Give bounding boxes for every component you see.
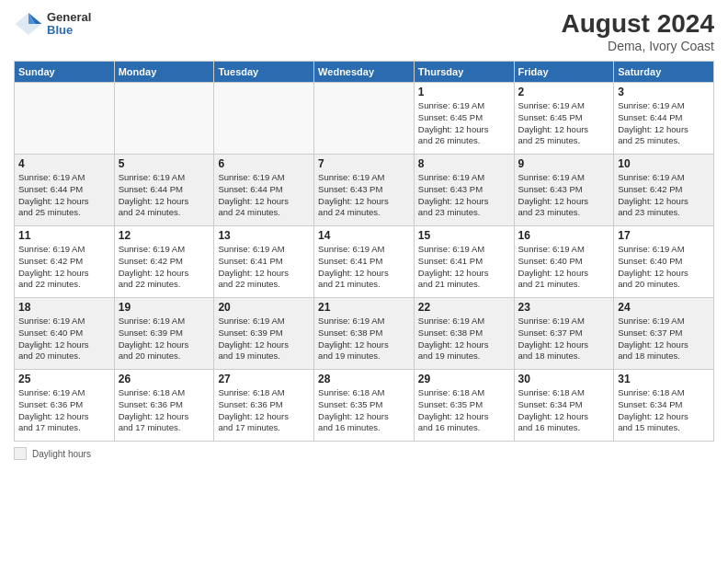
day-number: 16	[518, 229, 610, 242]
day-info: Sunrise: 6:18 AMSunset: 6:35 PMDaylight:…	[418, 387, 510, 434]
day-info: Sunrise: 6:19 AMSunset: 6:41 PMDaylight:…	[218, 244, 310, 291]
calendar-day-cell: 11Sunrise: 6:19 AMSunset: 6:42 PMDayligh…	[15, 226, 115, 298]
day-number: 2	[518, 86, 610, 98]
calendar-day-cell: 15Sunrise: 6:19 AMSunset: 6:41 PMDayligh…	[414, 226, 514, 298]
legend-label: Daylight hours	[32, 449, 91, 459]
day-number: 1	[418, 86, 510, 98]
day-info: Sunrise: 6:19 AMSunset: 6:38 PMDaylight:…	[418, 316, 510, 362]
calendar-day-cell: 13Sunrise: 6:19 AMSunset: 6:41 PMDayligh…	[214, 226, 314, 298]
calendar-day-cell: 31Sunrise: 6:18 AMSunset: 6:34 PMDayligh…	[614, 370, 714, 442]
day-info: Sunrise: 6:19 AMSunset: 6:44 PMDaylight:…	[18, 172, 110, 219]
legend: Daylight hours	[14, 447, 714, 460]
day-number: 18	[18, 301, 110, 314]
day-number: 5	[119, 157, 210, 170]
calendar-body: 1Sunrise: 6:19 AMSunset: 6:45 PMDaylight…	[15, 83, 714, 442]
day-info: Sunrise: 6:19 AMSunset: 6:42 PMDaylight:…	[119, 244, 210, 291]
logo-blue: Blue	[47, 24, 91, 37]
day-info: Sunrise: 6:19 AMSunset: 6:45 PMDaylight:…	[518, 100, 610, 147]
calendar-day-cell: 24Sunrise: 6:19 AMSunset: 6:37 PMDayligh…	[614, 298, 714, 370]
day-of-week-header: Tuesday	[214, 62, 314, 83]
day-number: 20	[218, 301, 310, 314]
day-info: Sunrise: 6:19 AMSunset: 6:38 PMDaylight:…	[318, 316, 410, 362]
page: General Blue August 2024 Dema, Ivory Coa…	[0, 0, 728, 563]
calendar-week-row: 1Sunrise: 6:19 AMSunset: 6:45 PMDaylight…	[15, 83, 714, 155]
day-number: 23	[518, 301, 610, 314]
calendar-day-cell: 20Sunrise: 6:19 AMSunset: 6:39 PMDayligh…	[214, 298, 314, 370]
day-number: 6	[218, 157, 310, 170]
calendar-day-cell: 25Sunrise: 6:19 AMSunset: 6:36 PMDayligh…	[15, 370, 115, 442]
day-info: Sunrise: 6:19 AMSunset: 6:43 PMDaylight:…	[518, 172, 610, 219]
day-number: 11	[18, 229, 110, 242]
day-info: Sunrise: 6:18 AMSunset: 6:34 PMDaylight:…	[618, 387, 710, 434]
calendar-table: SundayMondayTuesdayWednesdayThursdayFrid…	[14, 61, 714, 442]
calendar-day-cell: 8Sunrise: 6:19 AMSunset: 6:43 PMDaylight…	[414, 155, 514, 226]
calendar-week-row: 18Sunrise: 6:19 AMSunset: 6:40 PMDayligh…	[15, 298, 714, 370]
day-number: 31	[618, 373, 710, 385]
day-number: 27	[218, 373, 310, 385]
day-number: 21	[318, 301, 410, 314]
logo: General Blue	[14, 9, 91, 39]
day-number: 7	[318, 157, 410, 170]
calendar-day-cell: 7Sunrise: 6:19 AMSunset: 6:43 PMDaylight…	[314, 155, 415, 226]
day-info: Sunrise: 6:19 AMSunset: 6:41 PMDaylight:…	[418, 244, 510, 291]
day-of-week-header: Wednesday	[314, 62, 415, 83]
day-number: 4	[18, 157, 110, 170]
day-info: Sunrise: 6:19 AMSunset: 6:42 PMDaylight:…	[618, 172, 710, 219]
day-info: Sunrise: 6:19 AMSunset: 6:44 PMDaylight:…	[618, 100, 710, 147]
day-info: Sunrise: 6:19 AMSunset: 6:43 PMDaylight:…	[318, 172, 410, 219]
calendar-day-cell: 23Sunrise: 6:19 AMSunset: 6:37 PMDayligh…	[514, 298, 614, 370]
calendar-day-cell	[314, 83, 415, 155]
calendar-day-cell: 1Sunrise: 6:19 AMSunset: 6:45 PMDaylight…	[414, 83, 514, 155]
month-year: August 2024	[562, 9, 715, 39]
day-number: 12	[119, 229, 210, 242]
day-info: Sunrise: 6:19 AMSunset: 6:37 PMDaylight:…	[618, 316, 710, 362]
days-of-week-row: SundayMondayTuesdayWednesdayThursdayFrid…	[15, 62, 714, 83]
day-number: 22	[418, 301, 510, 314]
calendar-day-cell	[114, 83, 214, 155]
calendar-day-cell: 4Sunrise: 6:19 AMSunset: 6:44 PMDaylight…	[15, 155, 115, 226]
day-info: Sunrise: 6:18 AMSunset: 6:36 PMDaylight:…	[218, 387, 310, 434]
day-number: 19	[119, 301, 210, 314]
day-info: Sunrise: 6:19 AMSunset: 6:39 PMDaylight:…	[119, 316, 210, 362]
calendar-day-cell: 29Sunrise: 6:18 AMSunset: 6:35 PMDayligh…	[414, 370, 514, 442]
logo-text: General Blue	[47, 11, 91, 38]
day-info: Sunrise: 6:19 AMSunset: 6:39 PMDaylight:…	[218, 316, 310, 362]
day-number: 24	[618, 301, 710, 314]
logo-icon	[14, 9, 43, 39]
day-info: Sunrise: 6:19 AMSunset: 6:37 PMDaylight:…	[518, 316, 610, 362]
logo-general: General	[47, 11, 91, 24]
calendar-week-row: 11Sunrise: 6:19 AMSunset: 6:42 PMDayligh…	[15, 226, 714, 298]
day-of-week-header: Thursday	[414, 62, 514, 83]
day-info: Sunrise: 6:19 AMSunset: 6:41 PMDaylight:…	[318, 244, 410, 291]
day-of-week-header: Monday	[114, 62, 214, 83]
day-info: Sunrise: 6:19 AMSunset: 6:44 PMDaylight:…	[218, 172, 310, 219]
calendar-day-cell: 19Sunrise: 6:19 AMSunset: 6:39 PMDayligh…	[114, 298, 214, 370]
calendar-day-cell: 3Sunrise: 6:19 AMSunset: 6:44 PMDaylight…	[614, 83, 714, 155]
calendar-day-cell	[15, 83, 115, 155]
calendar-day-cell: 21Sunrise: 6:19 AMSunset: 6:38 PMDayligh…	[314, 298, 415, 370]
calendar-day-cell: 9Sunrise: 6:19 AMSunset: 6:43 PMDaylight…	[514, 155, 614, 226]
day-number: 3	[618, 86, 710, 98]
day-number: 29	[418, 373, 510, 385]
calendar-header: SundayMondayTuesdayWednesdayThursdayFrid…	[15, 62, 714, 83]
day-number: 28	[318, 373, 410, 385]
calendar-week-row: 4Sunrise: 6:19 AMSunset: 6:44 PMDaylight…	[15, 155, 714, 226]
calendar-day-cell: 16Sunrise: 6:19 AMSunset: 6:40 PMDayligh…	[514, 226, 614, 298]
calendar-day-cell: 2Sunrise: 6:19 AMSunset: 6:45 PMDaylight…	[514, 83, 614, 155]
day-number: 14	[318, 229, 410, 242]
day-number: 10	[618, 157, 710, 170]
calendar-day-cell: 30Sunrise: 6:18 AMSunset: 6:34 PMDayligh…	[514, 370, 614, 442]
calendar-day-cell: 17Sunrise: 6:19 AMSunset: 6:40 PMDayligh…	[614, 226, 714, 298]
calendar-day-cell: 27Sunrise: 6:18 AMSunset: 6:36 PMDayligh…	[214, 370, 314, 442]
day-info: Sunrise: 6:19 AMSunset: 6:44 PMDaylight:…	[119, 172, 210, 219]
location: Dema, Ivory Coast	[562, 39, 715, 53]
day-info: Sunrise: 6:19 AMSunset: 6:40 PMDaylight:…	[618, 244, 710, 291]
calendar-week-row: 25Sunrise: 6:19 AMSunset: 6:36 PMDayligh…	[15, 370, 714, 442]
calendar-day-cell: 18Sunrise: 6:19 AMSunset: 6:40 PMDayligh…	[15, 298, 115, 370]
day-of-week-header: Saturday	[614, 62, 714, 83]
day-number: 13	[218, 229, 310, 242]
title-block: August 2024 Dema, Ivory Coast	[562, 9, 715, 53]
day-of-week-header: Friday	[514, 62, 614, 83]
header: General Blue August 2024 Dema, Ivory Coa…	[14, 9, 714, 53]
calendar-day-cell: 5Sunrise: 6:19 AMSunset: 6:44 PMDaylight…	[114, 155, 214, 226]
